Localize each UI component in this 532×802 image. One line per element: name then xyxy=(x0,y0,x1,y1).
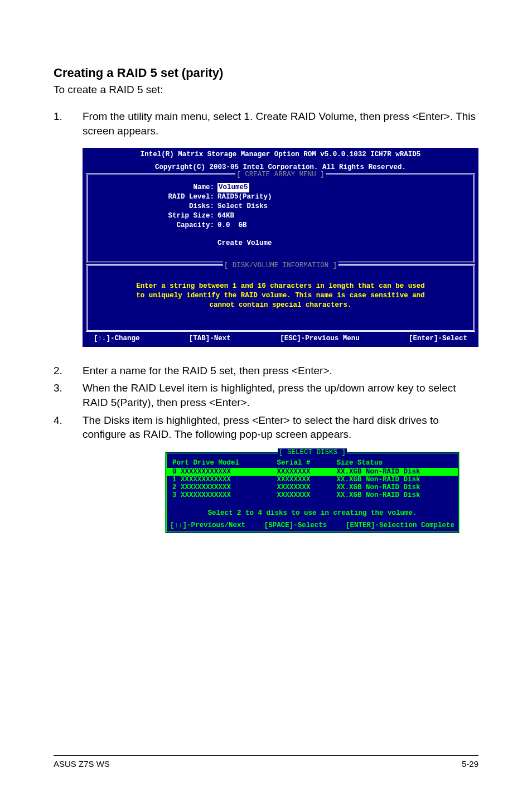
disk-row-3[interactable]: 3 XXXXXXXXXXXX XXXXXXXX XX.XGB Non-RAID … xyxy=(167,491,458,499)
disk-row-0[interactable]: 0 XXXXXXXXXXXX XXXXXXXX XX.XGB Non-RAID … xyxy=(167,468,458,476)
step-text: When the RAID Level item is highlighted,… xyxy=(83,381,478,409)
step-text: From the utility main menu, select 1. Cr… xyxy=(83,109,478,138)
section-heading: Creating a RAID 5 set (parity) xyxy=(54,66,478,80)
disk-row-1[interactable]: 1 XXXXXXXXXXXX XXXXXXXX XX.XGB Non-RAID … xyxy=(167,476,458,484)
info-line-3: cannot contain special characters. xyxy=(100,301,461,310)
info-line-1: Enter a string between 1 and 16 characte… xyxy=(100,282,461,291)
step-1: 1. From the utility main menu, select 1.… xyxy=(54,109,478,138)
step-3: 3. When the RAID Level item is highlight… xyxy=(54,381,478,409)
info-help-text: Enter a string between 1 and 16 characte… xyxy=(94,272,467,325)
page-footer: ASUS Z7S WS 5-29 xyxy=(54,755,478,769)
step-list-bottom: 2. Enter a name for the RAID 5 set, then… xyxy=(54,364,478,442)
select-disks-title: [ SELECT DISKS ] xyxy=(278,448,347,456)
raid-level-label: RAID Level: xyxy=(156,192,214,202)
strip-size-value[interactable]: 64KB xyxy=(217,211,234,221)
bios-header-line1: Intel(R) Matrix Storage Manager Option R… xyxy=(83,148,478,161)
step-2: 2. Enter a name for the RAID 5 set, then… xyxy=(54,364,478,378)
name-label: Name: xyxy=(156,183,214,192)
name-input[interactable]: Volume5 xyxy=(217,183,249,192)
raid-level-value[interactable]: RAID5(Parity) xyxy=(217,192,272,202)
step-number: 2. xyxy=(54,364,83,378)
disks-value[interactable]: Select Disks xyxy=(217,202,268,211)
bios-create-array-screenshot: Intel(R) Matrix Storage Manager Option R… xyxy=(83,148,478,347)
create-array-title: [ CREATE ARRAY MENU ] xyxy=(235,170,326,180)
select-disks-footer: [↑↓]-Previous/Next [SPACE]-Selects [ENTE… xyxy=(167,521,458,530)
col-port: Port Drive Model xyxy=(167,457,271,468)
table-header-row: Port Drive Model Serial # Size Status xyxy=(167,457,458,468)
key-enter: [Enter]-Select xyxy=(409,334,467,344)
create-volume-action[interactable]: Create Volume xyxy=(94,239,467,248)
step-number: 1. xyxy=(54,109,83,138)
step-number: 4. xyxy=(54,413,83,442)
bios-select-disks-screenshot: [ SELECT DISKS ] Port Drive Model Serial… xyxy=(165,452,460,533)
select-instruction: Select 2 to 4 disks to use in creating t… xyxy=(167,499,458,521)
capacity-label: Capacity: xyxy=(156,221,214,230)
create-array-box: [ CREATE ARRAY MENU ] Name:Volume5 RAID … xyxy=(86,173,475,263)
key-prev-next: [↑↓]-Previous/Next xyxy=(170,521,245,529)
disk-row-2[interactable]: 2 XXXXXXXXXXXX XXXXXXXX XX.XGB Non-RAID … xyxy=(167,484,458,491)
key-tab: [TAB]-Next xyxy=(189,334,231,344)
disks-label: Disks: xyxy=(156,202,214,211)
step-list-top: 1. From the utility main menu, select 1.… xyxy=(54,109,478,138)
key-change: [↑↓]-Change xyxy=(94,334,140,344)
create-array-fields: Name:Volume5 RAID Level:RAID5(Parity) Di… xyxy=(94,181,467,232)
intro-text: To create a RAID 5 set: xyxy=(54,84,478,96)
disk-volume-info-title: [ DISK/VOLUME INFORMATION ] xyxy=(223,261,338,270)
footer-right: 5-29 xyxy=(462,759,478,769)
key-enter-complete: [ENTER]-Selection Complete xyxy=(346,521,454,529)
col-serial: Serial # xyxy=(271,457,331,468)
step-4: 4. The Disks item is highlighted, press … xyxy=(54,413,478,442)
step-number: 3. xyxy=(54,381,83,409)
disks-table: Port Drive Model Serial # Size Status 0 … xyxy=(167,457,458,499)
footer-left: ASUS Z7S WS xyxy=(54,759,110,769)
step-text: Enter a name for the RAID 5 set, then pr… xyxy=(83,364,478,378)
info-line-2: to uniquely identify the RAID volume. Th… xyxy=(100,291,461,301)
bios-footer-keys: [↑↓]-Change [TAB]-Next [ESC]-Previous Me… xyxy=(83,332,478,347)
key-esc: [ESC]-Previous Menu xyxy=(280,334,360,344)
step-text: The Disks item is highlighted, press <En… xyxy=(83,413,478,442)
capacity-value[interactable]: 0.0 GB xyxy=(217,221,247,230)
strip-size-label: Strip Size: xyxy=(156,211,214,221)
col-size-status: Size Status xyxy=(331,457,458,468)
disk-volume-info-box: [ DISK/VOLUME INFORMATION ] Enter a stri… xyxy=(86,264,475,332)
key-space: [SPACE]-Selects xyxy=(264,521,327,529)
